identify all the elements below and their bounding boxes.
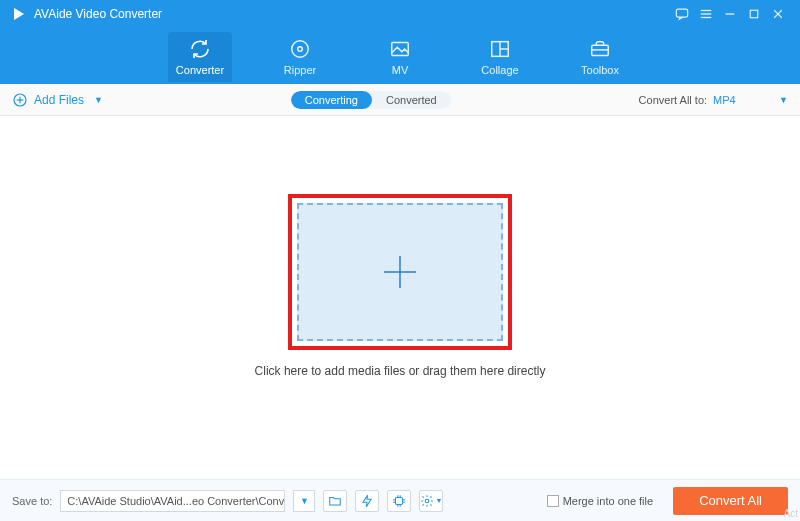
- save-path-dropdown[interactable]: ▼: [293, 490, 315, 512]
- minimize-icon[interactable]: [718, 2, 742, 26]
- nav-tab-mv[interactable]: MV: [368, 32, 432, 82]
- sub-toolbar: Add Files ▼ Converting Converted Convert…: [0, 84, 800, 116]
- plus-icon: [378, 250, 422, 294]
- plus-circle-icon: [12, 92, 28, 108]
- chevron-down-icon: ▼: [779, 95, 788, 105]
- main-area: Click here to add media files or drag th…: [0, 116, 800, 455]
- lightning-icon: [360, 494, 374, 508]
- merge-checkbox[interactable]: Merge into one file: [547, 495, 654, 507]
- bottom-bar: Save to: C:\AVAide Studio\AVAid...eo Con…: [0, 479, 800, 521]
- svg-point-10: [298, 47, 303, 52]
- nav-label: Converter: [176, 64, 224, 76]
- speed-button[interactable]: [355, 490, 379, 512]
- chevron-down-icon: ▼: [94, 95, 103, 105]
- titlebar: AVAide Video Converter: [0, 0, 800, 28]
- svg-marker-0: [14, 8, 24, 20]
- nav-tab-toolbox[interactable]: Toolbox: [568, 32, 632, 82]
- svg-rect-6: [750, 10, 758, 18]
- svg-rect-1: [676, 9, 687, 17]
- merge-label: Merge into one file: [563, 495, 654, 507]
- save-path-field[interactable]: C:\AVAide Studio\AVAid...eo Converter\Co…: [60, 490, 285, 512]
- nav-tab-ripper[interactable]: Ripper: [268, 32, 332, 82]
- drop-zone[interactable]: [297, 203, 503, 341]
- save-to-label: Save to:: [12, 495, 52, 507]
- close-icon[interactable]: [766, 2, 790, 26]
- chip-icon: [392, 494, 406, 508]
- add-files-label: Add Files: [34, 93, 84, 107]
- nav-tab-converter[interactable]: Converter: [168, 32, 232, 82]
- svg-rect-22: [396, 497, 403, 504]
- watermark-text: Act: [784, 508, 798, 519]
- refresh-icon: [188, 36, 212, 62]
- convert-all-button[interactable]: Convert All: [673, 487, 788, 515]
- seg-converting[interactable]: Converting: [291, 91, 372, 109]
- gpu-button[interactable]: [387, 490, 411, 512]
- open-folder-button[interactable]: [323, 490, 347, 512]
- chevron-down-icon: ▼: [300, 496, 309, 506]
- nav-tab-collage[interactable]: Collage: [468, 32, 532, 82]
- toolbox-icon: [589, 36, 611, 62]
- svg-point-31: [426, 499, 430, 503]
- convert-all-format: MP4: [713, 94, 773, 106]
- collage-icon: [489, 36, 511, 62]
- maximize-icon[interactable]: [742, 2, 766, 26]
- gear-icon: [420, 494, 434, 508]
- nav-label: Collage: [481, 64, 518, 76]
- drop-hint-text: Click here to add media files or drag th…: [255, 364, 546, 378]
- menu-icon[interactable]: [694, 2, 718, 26]
- feedback-icon[interactable]: [670, 2, 694, 26]
- add-files-button[interactable]: Add Files ▼: [12, 92, 103, 108]
- picture-icon: [389, 36, 411, 62]
- status-segmented-control: Converting Converted: [291, 91, 451, 109]
- highlight-outline: [288, 194, 512, 350]
- app-title: AVAide Video Converter: [34, 7, 162, 21]
- settings-button[interactable]: ▼: [419, 490, 443, 512]
- seg-converted[interactable]: Converted: [372, 91, 451, 109]
- nav-label: Ripper: [284, 64, 316, 76]
- app-logo-icon: [10, 5, 28, 23]
- disc-icon: [289, 36, 311, 62]
- convert-all-label: Convert All to:: [639, 94, 707, 106]
- nav-label: MV: [392, 64, 409, 76]
- svg-point-9: [292, 41, 309, 58]
- convert-all-format-selector[interactable]: Convert All to: MP4 ▼: [639, 94, 788, 106]
- nav-label: Toolbox: [581, 64, 619, 76]
- chevron-down-icon: ▼: [435, 497, 442, 504]
- folder-icon: [328, 494, 342, 508]
- main-nav: Converter Ripper MV Collage Toolbox: [0, 28, 800, 84]
- checkbox-box-icon: [547, 495, 559, 507]
